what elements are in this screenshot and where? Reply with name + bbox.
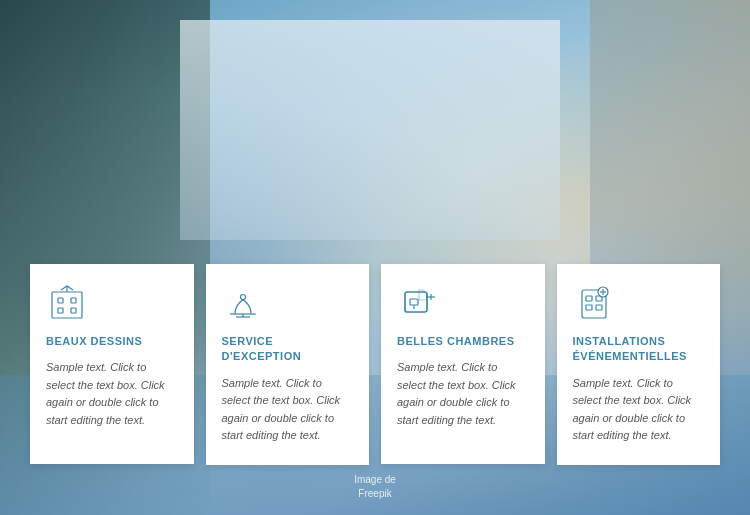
service-bell-icon bbox=[222, 282, 264, 324]
svg-rect-4 bbox=[71, 308, 76, 313]
bg-building bbox=[180, 20, 560, 240]
card-4-title: INSTALLATIONS ÉVÉNEMENTIELLES bbox=[573, 334, 705, 365]
image-credit-line1: Image de bbox=[354, 474, 396, 485]
svg-rect-3 bbox=[58, 308, 63, 313]
card-1-text: Sample text. Click to select the text bo… bbox=[46, 359, 178, 429]
image-credit-line2: Freepik bbox=[358, 488, 391, 499]
svg-rect-10 bbox=[405, 292, 427, 312]
map-pin-icon bbox=[573, 282, 615, 324]
card-beaux-dessins[interactable]: BEAUX DESSINS Sample text. Click to sele… bbox=[30, 264, 194, 464]
card-2-text: Sample text. Click to select the text bo… bbox=[222, 375, 354, 445]
background: BEAUX DESSINS Sample text. Click to sele… bbox=[0, 0, 750, 515]
svg-rect-11 bbox=[405, 292, 427, 312]
card-installations[interactable]: INSTALLATIONS ÉVÉNEMENTIELLES Sample tex… bbox=[557, 264, 721, 465]
svg-rect-0 bbox=[52, 292, 82, 318]
svg-rect-1 bbox=[58, 298, 63, 303]
card-4-text: Sample text. Click to select the text bo… bbox=[573, 375, 705, 445]
svg-rect-14 bbox=[410, 299, 418, 305]
image-credit: Image de Freepik bbox=[354, 473, 396, 501]
card-1-title: BEAUX DESSINS bbox=[46, 334, 178, 349]
hotel-building-icon bbox=[46, 282, 88, 324]
card-2-title: SERVICE D'EXCEPTION bbox=[222, 334, 354, 365]
card-service-exception[interactable]: SERVICE D'EXCEPTION Sample text. Click t… bbox=[206, 264, 370, 465]
card-belles-chambres[interactable]: BELLES CHAMBRES Sample text. Click to se… bbox=[381, 264, 545, 464]
cards-container: BEAUX DESSINS Sample text. Click to sele… bbox=[30, 264, 720, 465]
card-3-text: Sample text. Click to select the text bo… bbox=[397, 359, 529, 429]
svg-point-7 bbox=[240, 294, 245, 299]
svg-rect-17 bbox=[586, 296, 592, 301]
svg-rect-2 bbox=[71, 298, 76, 303]
card-3-title: BELLES CHAMBRES bbox=[397, 334, 529, 349]
svg-rect-20 bbox=[596, 305, 602, 310]
room-key-icon bbox=[397, 282, 439, 324]
svg-rect-19 bbox=[586, 305, 592, 310]
